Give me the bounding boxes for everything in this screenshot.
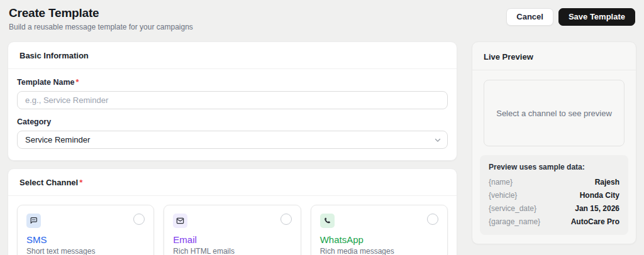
sample-data-heading: Preview uses sample data: xyxy=(489,163,619,171)
select-channel-body: SMS Short text messages Email xyxy=(8,196,457,255)
sample-value: Jan 15, 2026 xyxy=(575,204,619,213)
category-select-wrap: Service Reminder xyxy=(17,131,448,149)
channel-grid: SMS Short text messages Email xyxy=(17,205,448,255)
page-header-text: Create Template Build a reusable message… xyxy=(9,6,193,31)
form-column: Basic Information Template Name* Categor… xyxy=(8,41,457,255)
preview-column: Live Preview Select a channel to see pre… xyxy=(472,41,636,244)
required-asterisk: * xyxy=(75,78,79,87)
sample-data-row: {vehicle} Honda City xyxy=(489,191,619,200)
envelope-icon xyxy=(173,214,187,228)
save-template-button[interactable]: Save Template xyxy=(558,8,635,26)
live-preview-header: Live Preview xyxy=(472,42,636,70)
channel-card-sms[interactable]: SMS Short text messages xyxy=(17,205,154,255)
sample-data-row: {garage_name} AutoCare Pro xyxy=(489,217,619,226)
radio-button-email[interactable] xyxy=(280,214,292,225)
header-actions: Cancel Save Template xyxy=(506,6,635,26)
select-channel-card: Select Channel* SMS xyxy=(8,168,457,255)
select-channel-heading: Select Channel* xyxy=(19,178,82,187)
live-preview-heading: Live Preview xyxy=(484,52,533,62)
category-label: Category xyxy=(17,117,448,126)
sample-value: AutoCare Pro xyxy=(571,217,619,226)
channel-card-top xyxy=(173,214,291,228)
channel-card-whatsapp[interactable]: WhatsApp Rich media messages xyxy=(311,205,448,255)
basic-information-card: Basic Information Template Name* Categor… xyxy=(8,41,457,161)
radio-button-sms[interactable] xyxy=(133,214,145,225)
sample-data-row: {service_date} Jan 15, 2026 xyxy=(489,204,619,213)
sample-key: {vehicle} xyxy=(489,191,517,200)
preview-empty-state: Select a channel to see preview xyxy=(484,80,625,146)
create-template-page: Create Template Build a reusable message… xyxy=(0,0,644,255)
sample-data-row: {name} Rajesh xyxy=(489,178,619,187)
preview-empty-text: Select a channel to see preview xyxy=(496,109,612,118)
channel-title-sms: SMS xyxy=(26,234,145,245)
channel-card-top xyxy=(320,214,438,228)
page-title: Create Template xyxy=(9,6,193,20)
sample-value: Rajesh xyxy=(595,178,619,187)
category-field: Category Service Reminder xyxy=(17,117,448,149)
channel-title-email: Email xyxy=(173,234,291,245)
chat-bubble-icon xyxy=(26,214,41,228)
basic-information-header: Basic Information xyxy=(8,42,457,69)
select-channel-header: Select Channel* xyxy=(8,169,457,196)
live-preview-card: Live Preview Select a channel to see pre… xyxy=(472,41,636,244)
channel-description-sms: Short text messages xyxy=(26,247,145,255)
sample-value: Honda City xyxy=(580,191,619,200)
category-select[interactable]: Service Reminder xyxy=(17,131,448,149)
template-name-input[interactable] xyxy=(17,91,448,109)
channel-description-email: Rich HTML emails xyxy=(173,247,291,255)
required-asterisk: * xyxy=(79,178,82,187)
cancel-button[interactable]: Cancel xyxy=(506,8,553,26)
radio-button-whatsapp[interactable] xyxy=(427,214,438,225)
channel-card-top xyxy=(26,214,145,228)
basic-information-body: Template Name* Category Service Reminder xyxy=(8,69,457,160)
page-header: Create Template Build a reusable message… xyxy=(8,6,636,31)
template-name-label: Template Name* xyxy=(17,78,448,87)
select-channel-heading-text: Select Channel xyxy=(19,178,78,187)
template-name-field: Template Name* xyxy=(17,78,448,109)
basic-information-heading: Basic Information xyxy=(19,51,89,60)
channel-title-whatsapp: WhatsApp xyxy=(320,234,438,245)
sample-key: {service_date} xyxy=(489,204,536,213)
sample-data-box: Preview uses sample data: {name} Rajesh … xyxy=(480,155,628,235)
phone-icon xyxy=(320,214,335,228)
sample-key: {name} xyxy=(489,178,513,187)
content-columns: Basic Information Template Name* Categor… xyxy=(8,41,636,255)
page-subtitle: Build a reusable message template for yo… xyxy=(9,23,193,31)
sample-key: {garage_name} xyxy=(489,217,540,226)
channel-card-email[interactable]: Email Rich HTML emails xyxy=(164,205,301,255)
channel-description-whatsapp: Rich media messages xyxy=(320,247,438,255)
template-name-label-text: Template Name xyxy=(17,78,74,87)
